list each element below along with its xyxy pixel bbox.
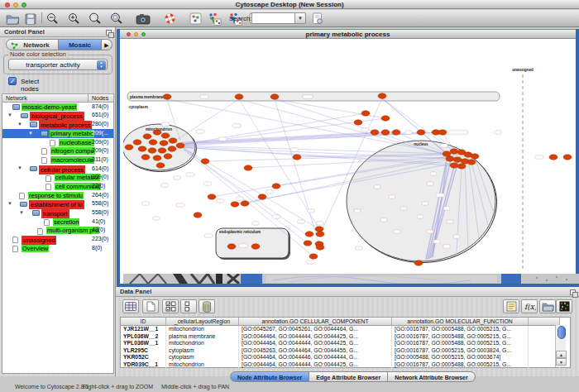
graph-node[interactable]	[378, 93, 386, 98]
graph-node[interactable]	[141, 155, 150, 160]
graph-node[interactable]	[138, 146, 146, 151]
search-options-button[interactable]	[309, 12, 326, 26]
import-network-button[interactable]	[187, 12, 203, 26]
zoom-out-button[interactable]	[44, 12, 60, 26]
tree-row-unassigned[interactable]: unassigned223(0)	[2, 235, 113, 244]
tab-network-attribute-browser[interactable]: Network Attribute Browser	[388, 371, 475, 382]
scrollbar-thumb[interactable]	[557, 326, 566, 339]
graph-node[interactable]	[208, 194, 216, 199]
minimize-window-button[interactable]	[13, 2, 18, 7]
tree-row-cellular-process[interactable]: ▼cellular process614(0)	[2, 165, 113, 174]
tree-row-multi-organism-pro[interactable]: multi-organism pro42(0)	[2, 227, 113, 236]
zoom-in-button[interactable]	[65, 12, 82, 26]
graph-node[interactable]	[316, 245, 324, 250]
graph-node[interactable]	[161, 133, 170, 138]
graph-node[interactable]	[231, 202, 239, 207]
graph-node[interactable]	[471, 154, 479, 159]
scroll-down-icon[interactable]: ▼	[556, 358, 567, 366]
graph-node[interactable]	[241, 201, 249, 206]
tab-node-attribute-browser[interactable]: Node Attribute Browser	[230, 371, 309, 382]
graph-node[interactable]	[381, 116, 390, 121]
network-view-titlebar[interactable]: primary metabolic process	[120, 29, 576, 39]
network-canvas[interactable]: plasma membranecytoplasmmitochondrionnuc…	[123, 39, 579, 274]
graph-node[interactable]	[316, 232, 324, 237]
table-column-header[interactable]: annotation.GO CELLULAR_COMPONENT	[239, 318, 392, 326]
select-attributes-button[interactable]	[162, 299, 179, 313]
graph-node[interactable]	[305, 232, 313, 237]
graph-node[interactable]	[176, 143, 184, 148]
graph-node[interactable]	[381, 130, 390, 135]
tab-edge-attribute-browser[interactable]: Edge Attribute Browser	[309, 371, 388, 382]
graph-node[interactable]	[272, 184, 280, 189]
table-row[interactable]: YPL036W__1mitochondrion[GO:0044464, GO:0…	[121, 340, 570, 347]
tree-row-biological-process[interactable]: ▼biological_process651(0)	[2, 112, 113, 121]
graph-node[interactable]	[168, 146, 176, 151]
tree-row-macromolecule[interactable]: macromolecule311(0)	[2, 155, 113, 165]
expand-arrow-icon[interactable]: ▼	[17, 122, 22, 127]
graph-node[interactable]	[304, 241, 312, 246]
apply-layout-button[interactable]	[206, 12, 223, 26]
graph-node[interactable]	[453, 157, 462, 162]
graph-node[interactable]	[443, 151, 451, 156]
graph-node[interactable]	[446, 156, 454, 161]
tree-row-secretion[interactable]: secretion41(0)	[2, 218, 113, 227]
column-header-network[interactable]: Network	[2, 93, 88, 103]
table-row[interactable]: YKR052Ccytoplasm[GO:0044464, GO:0044446,…	[121, 354, 570, 361]
tree-row-transport[interactable]: ▼transport558(0)	[2, 208, 113, 218]
more-tabs-button[interactable]: ▶	[102, 39, 112, 50]
float-panel-icon[interactable]	[570, 289, 576, 295]
graph-node[interactable]	[293, 155, 301, 160]
expand-arrow-icon[interactable]: ▼	[17, 165, 22, 170]
tree-row-nucleobase-[interactable]: nucleobase-209(0)	[2, 138, 113, 147]
graph-node[interactable]	[156, 163, 165, 168]
graph-node[interactable]	[125, 145, 133, 150]
graph-node[interactable]	[163, 94, 171, 99]
minimize-view-button[interactable]	[134, 32, 138, 36]
graph-node[interactable]	[371, 130, 379, 135]
expand-arrow-icon[interactable]: ▼	[7, 201, 12, 206]
close-view-button[interactable]	[127, 32, 131, 36]
open-session-button[interactable]	[4, 12, 21, 26]
function-builder-button[interactable]: f(x)	[521, 299, 538, 313]
graph-node[interactable]	[153, 155, 161, 160]
select-nodes-checkbox[interactable]: ✓	[8, 77, 17, 85]
combo-stepper-icon[interactable]: ▲▼	[97, 60, 106, 69]
graph-node[interactable]	[194, 213, 202, 218]
tree-row-nitrogen-compo[interactable]: nitrogen compo209(0)	[2, 146, 113, 155]
graph-node[interactable]	[450, 149, 458, 154]
graph-node[interactable]	[251, 244, 260, 249]
notes-button[interactable]	[503, 299, 519, 313]
new-attribute-button[interactable]	[142, 299, 159, 313]
table-row[interactable]: YJR121W__1mitochondrion[GO:0045267, GO:0…	[121, 326, 570, 333]
search-input[interactable]	[251, 12, 294, 24]
tree-row-primary-metabo[interactable]: ▼primary metabo209(...	[2, 129, 113, 138]
graph-node[interactable]	[160, 141, 168, 146]
tree-row-response-to-stimulu[interactable]: response to stimulu264(0)	[2, 191, 113, 200]
graph-node[interactable]	[414, 261, 423, 265]
attribute-matrix-button[interactable]	[556, 299, 572, 313]
tree-row-cell-communicat[interactable]: cell communicat22(0)	[2, 182, 113, 191]
tree-row-metabolic-process[interactable]: ▼metabolic process280(0)	[2, 120, 113, 129]
tree-row-establishment-of-lo[interactable]: ▼establishment of lo558(0)	[2, 200, 113, 209]
graph-node[interactable]	[158, 148, 166, 153]
tree-row-cellular-metabol[interactable]: cellular metabol209(0)	[2, 174, 113, 183]
expand-arrow-icon[interactable]: ▼	[7, 112, 12, 117]
scroll-up-icon[interactable]: ▲	[556, 351, 567, 358]
graph-node[interactable]	[270, 94, 279, 99]
tree-row-overview[interactable]: Overview8(0)	[2, 244, 113, 253]
table-column-header[interactable]: annotation.GO MOLECULAR_FUNCTION	[392, 318, 529, 326]
zoom-view-button[interactable]	[141, 32, 146, 36]
close-window-button[interactable]	[5, 2, 10, 7]
graph-node[interactable]	[438, 130, 447, 135]
expand-arrow-icon[interactable]: ▼	[19, 210, 24, 215]
tree-row-mosaic-demo-yeast[interactable]: mosaic-demo-yeast874(0)	[2, 103, 113, 112]
graph-node[interactable]	[457, 164, 466, 169]
unselect-attributes-button[interactable]	[180, 299, 197, 313]
graph-node[interactable]	[450, 163, 458, 168]
graph-node[interactable]	[148, 148, 156, 153]
search-dropdown-button[interactable]: ▼	[294, 12, 306, 24]
network-snapshot-button[interactable]	[135, 12, 151, 26]
graph-node[interactable]	[467, 160, 476, 165]
graph-node[interactable]	[153, 130, 161, 135]
graph-node[interactable]	[417, 130, 425, 135]
